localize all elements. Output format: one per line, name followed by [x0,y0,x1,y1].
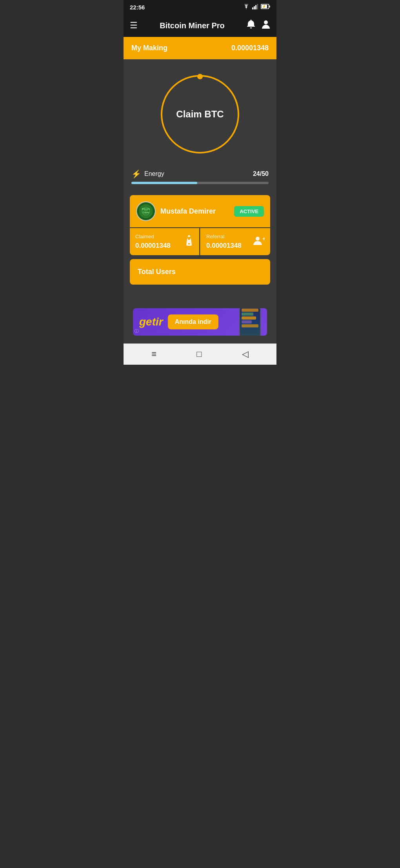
energy-left: ⚡ Energy [131,169,164,179]
bottom-home-icon[interactable]: □ [196,349,202,359]
svg-point-14 [188,243,190,245]
claim-btc-label: Claim BTC [176,109,224,120]
empty-space [130,285,270,308]
energy-label: Energy [144,170,164,177]
svg-rect-2 [255,5,256,9]
notification-icon[interactable] [247,20,255,31]
claimed-icon [184,235,194,249]
active-badge: ACTIVE [234,206,264,217]
phone-row-1 [242,309,258,312]
stats-row: Claimed 0.00001348 Referral 0.00001348 [130,228,270,255]
avatar-image: Bitcoin Capta [137,202,155,220]
claim-btc-button[interactable]: Claim BTC [161,75,239,153]
status-icons [243,4,270,11]
svg-point-7 [264,20,268,24]
user-info: Bitcoin Capta Mustafa Demirer [136,201,216,221]
nav-icons [247,20,270,31]
energy-section: ⚡ Energy 24/50 [130,165,270,190]
svg-rect-6 [269,5,270,7]
phone-row-3 [242,316,256,320]
user-card: Bitcoin Capta Mustafa Demirer ACTIVE [130,195,270,227]
status-bar: 22:56 [124,0,276,14]
total-users-card: Total Users [130,259,270,285]
status-time: 22:56 [130,4,145,11]
wifi-icon [243,4,250,11]
phone-row-4 [242,320,252,323]
energy-bar-fill [131,182,197,184]
ad-cta-button[interactable]: Anında indir [168,314,218,329]
phone-row-2 [242,312,253,316]
svg-text:+: + [262,236,265,242]
svg-rect-0 [252,7,253,9]
total-users-label: Total Users [138,268,176,276]
bottom-back-icon[interactable]: ◁ [242,349,249,359]
my-making-banner: My Making 0.00001348 [124,37,276,59]
my-making-value: 0.00001348 [231,44,269,52]
signal-icon [252,4,258,11]
claimed-card: Claimed 0.00001348 [130,228,199,255]
user-name: Mustafa Demirer [160,207,216,216]
main-content: Claim BTC ⚡ Energy 24/50 [124,59,276,344]
profile-icon[interactable] [262,20,270,31]
user-avatar: Bitcoin Capta [136,201,156,221]
ad-banner[interactable]: getir Anında indir ⓘ [133,308,267,336]
energy-bolt-icon: ⚡ [131,169,141,179]
top-nav: ☰ Bitcoin Miner Pro [124,14,276,37]
svg-rect-1 [254,6,255,9]
battery-icon [261,4,270,10]
svg-rect-3 [257,4,258,9]
referral-add-icon: + [253,236,265,248]
hamburger-menu-icon[interactable]: ☰ [130,20,138,31]
bottom-nav: ≡ □ ◁ [124,344,276,365]
svg-point-13 [188,237,190,240]
energy-bar-background [131,182,269,184]
referral-card: Referral 0.00001348 + [200,228,270,255]
svg-point-15 [256,237,260,241]
my-making-label: My Making [131,44,167,52]
claim-circle-container: Claim BTC [130,67,270,165]
ad-phone-graphic [239,308,261,336]
phone-row-5 [242,324,258,327]
bottom-menu-icon[interactable]: ≡ [151,349,156,359]
energy-value: 24/50 [253,170,269,177]
ad-brand-text: getir [139,316,163,328]
app-title: Bitcoin Miner Pro [144,21,240,30]
phone-screen [240,308,260,336]
phone-shape [239,308,261,336]
ad-info-icon: ⓘ [135,328,139,334]
cards-container: Bitcoin Capta Mustafa Demirer ACTIVE Cla… [130,195,270,285]
energy-header: ⚡ Energy 24/50 [131,169,269,179]
